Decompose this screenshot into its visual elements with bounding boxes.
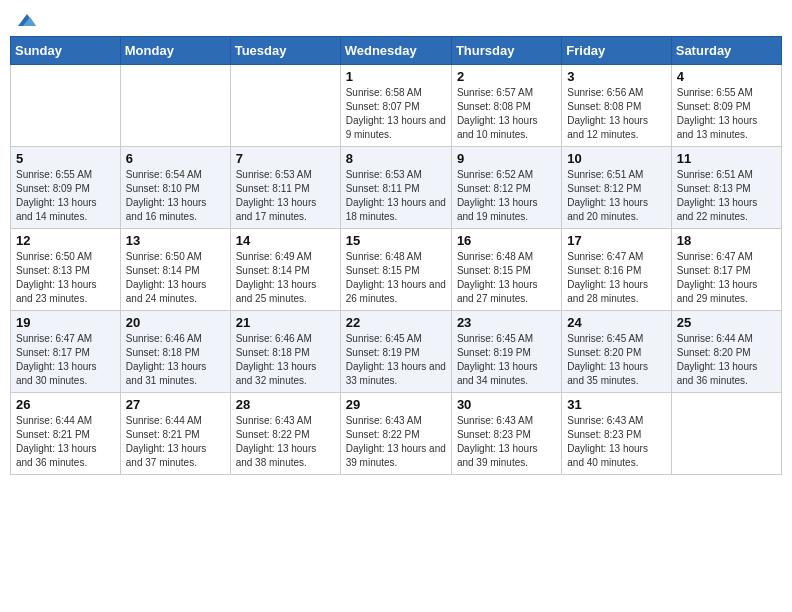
day-cell-19: 19Sunrise: 6:47 AMSunset: 8:17 PMDayligh… — [11, 310, 121, 392]
day-cell-7: 7Sunrise: 6:53 AMSunset: 8:11 PMDaylight… — [230, 146, 340, 228]
day-number: 23 — [457, 315, 556, 330]
day-number: 30 — [457, 397, 556, 412]
day-number: 7 — [236, 151, 335, 166]
day-cell-29: 29Sunrise: 6:43 AMSunset: 8:22 PMDayligh… — [340, 392, 451, 474]
weekday-header-tuesday: Tuesday — [230, 36, 340, 64]
day-number: 16 — [457, 233, 556, 248]
logo-icon — [16, 12, 38, 30]
day-cell-13: 13Sunrise: 6:50 AMSunset: 8:14 PMDayligh… — [120, 228, 230, 310]
day-cell-14: 14Sunrise: 6:49 AMSunset: 8:14 PMDayligh… — [230, 228, 340, 310]
day-number: 1 — [346, 69, 446, 84]
day-info: Sunrise: 6:49 AMSunset: 8:14 PMDaylight:… — [236, 250, 335, 306]
day-cell-26: 26Sunrise: 6:44 AMSunset: 8:21 PMDayligh… — [11, 392, 121, 474]
weekday-header-wednesday: Wednesday — [340, 36, 451, 64]
day-cell-25: 25Sunrise: 6:44 AMSunset: 8:20 PMDayligh… — [671, 310, 781, 392]
day-info: Sunrise: 6:51 AMSunset: 8:12 PMDaylight:… — [567, 168, 665, 224]
day-number: 10 — [567, 151, 665, 166]
day-info: Sunrise: 6:44 AMSunset: 8:21 PMDaylight:… — [16, 414, 115, 470]
weekday-header-friday: Friday — [562, 36, 671, 64]
day-cell-21: 21Sunrise: 6:46 AMSunset: 8:18 PMDayligh… — [230, 310, 340, 392]
day-cell-1: 1Sunrise: 6:58 AMSunset: 8:07 PMDaylight… — [340, 64, 451, 146]
day-info: Sunrise: 6:52 AMSunset: 8:12 PMDaylight:… — [457, 168, 556, 224]
day-cell-15: 15Sunrise: 6:48 AMSunset: 8:15 PMDayligh… — [340, 228, 451, 310]
day-cell-31: 31Sunrise: 6:43 AMSunset: 8:23 PMDayligh… — [562, 392, 671, 474]
day-info: Sunrise: 6:47 AMSunset: 8:16 PMDaylight:… — [567, 250, 665, 306]
day-number: 3 — [567, 69, 665, 84]
day-info: Sunrise: 6:48 AMSunset: 8:15 PMDaylight:… — [346, 250, 446, 306]
weekday-header-thursday: Thursday — [451, 36, 561, 64]
week-row-2: 5Sunrise: 6:55 AMSunset: 8:09 PMDaylight… — [11, 146, 782, 228]
day-number: 28 — [236, 397, 335, 412]
day-cell-17: 17Sunrise: 6:47 AMSunset: 8:16 PMDayligh… — [562, 228, 671, 310]
day-info: Sunrise: 6:45 AMSunset: 8:20 PMDaylight:… — [567, 332, 665, 388]
weekday-header-monday: Monday — [120, 36, 230, 64]
day-info: Sunrise: 6:53 AMSunset: 8:11 PMDaylight:… — [346, 168, 446, 224]
day-cell-12: 12Sunrise: 6:50 AMSunset: 8:13 PMDayligh… — [11, 228, 121, 310]
day-info: Sunrise: 6:44 AMSunset: 8:21 PMDaylight:… — [126, 414, 225, 470]
day-number: 14 — [236, 233, 335, 248]
week-row-3: 12Sunrise: 6:50 AMSunset: 8:13 PMDayligh… — [11, 228, 782, 310]
day-info: Sunrise: 6:58 AMSunset: 8:07 PMDaylight:… — [346, 86, 446, 142]
day-number: 31 — [567, 397, 665, 412]
day-info: Sunrise: 6:50 AMSunset: 8:13 PMDaylight:… — [16, 250, 115, 306]
day-number: 2 — [457, 69, 556, 84]
week-row-1: 1Sunrise: 6:58 AMSunset: 8:07 PMDaylight… — [11, 64, 782, 146]
logo-text — [14, 10, 38, 30]
calendar-table: SundayMondayTuesdayWednesdayThursdayFrid… — [10, 36, 782, 475]
day-info: Sunrise: 6:55 AMSunset: 8:09 PMDaylight:… — [16, 168, 115, 224]
day-number: 11 — [677, 151, 776, 166]
day-number: 13 — [126, 233, 225, 248]
day-number: 17 — [567, 233, 665, 248]
day-cell-30: 30Sunrise: 6:43 AMSunset: 8:23 PMDayligh… — [451, 392, 561, 474]
weekday-header-saturday: Saturday — [671, 36, 781, 64]
day-number: 4 — [677, 69, 776, 84]
day-info: Sunrise: 6:47 AMSunset: 8:17 PMDaylight:… — [677, 250, 776, 306]
day-number: 25 — [677, 315, 776, 330]
day-info: Sunrise: 6:43 AMSunset: 8:22 PMDaylight:… — [346, 414, 446, 470]
day-number: 27 — [126, 397, 225, 412]
day-cell-4: 4Sunrise: 6:55 AMSunset: 8:09 PMDaylight… — [671, 64, 781, 146]
day-number: 9 — [457, 151, 556, 166]
day-cell-10: 10Sunrise: 6:51 AMSunset: 8:12 PMDayligh… — [562, 146, 671, 228]
day-cell-23: 23Sunrise: 6:45 AMSunset: 8:19 PMDayligh… — [451, 310, 561, 392]
day-cell-27: 27Sunrise: 6:44 AMSunset: 8:21 PMDayligh… — [120, 392, 230, 474]
day-number: 21 — [236, 315, 335, 330]
empty-cell — [11, 64, 121, 146]
empty-cell — [120, 64, 230, 146]
day-number: 22 — [346, 315, 446, 330]
day-info: Sunrise: 6:46 AMSunset: 8:18 PMDaylight:… — [126, 332, 225, 388]
page-header — [10, 10, 782, 28]
day-info: Sunrise: 6:56 AMSunset: 8:08 PMDaylight:… — [567, 86, 665, 142]
day-info: Sunrise: 6:43 AMSunset: 8:23 PMDaylight:… — [567, 414, 665, 470]
day-info: Sunrise: 6:50 AMSunset: 8:14 PMDaylight:… — [126, 250, 225, 306]
logo — [14, 10, 38, 28]
day-info: Sunrise: 6:43 AMSunset: 8:22 PMDaylight:… — [236, 414, 335, 470]
day-info: Sunrise: 6:45 AMSunset: 8:19 PMDaylight:… — [346, 332, 446, 388]
day-info: Sunrise: 6:45 AMSunset: 8:19 PMDaylight:… — [457, 332, 556, 388]
day-cell-9: 9Sunrise: 6:52 AMSunset: 8:12 PMDaylight… — [451, 146, 561, 228]
day-number: 15 — [346, 233, 446, 248]
day-number: 24 — [567, 315, 665, 330]
day-number: 8 — [346, 151, 446, 166]
day-info: Sunrise: 6:57 AMSunset: 8:08 PMDaylight:… — [457, 86, 556, 142]
day-info: Sunrise: 6:53 AMSunset: 8:11 PMDaylight:… — [236, 168, 335, 224]
day-number: 12 — [16, 233, 115, 248]
day-info: Sunrise: 6:46 AMSunset: 8:18 PMDaylight:… — [236, 332, 335, 388]
day-number: 20 — [126, 315, 225, 330]
day-cell-2: 2Sunrise: 6:57 AMSunset: 8:08 PMDaylight… — [451, 64, 561, 146]
day-info: Sunrise: 6:47 AMSunset: 8:17 PMDaylight:… — [16, 332, 115, 388]
empty-cell — [671, 392, 781, 474]
day-cell-16: 16Sunrise: 6:48 AMSunset: 8:15 PMDayligh… — [451, 228, 561, 310]
weekday-header-row: SundayMondayTuesdayWednesdayThursdayFrid… — [11, 36, 782, 64]
day-cell-24: 24Sunrise: 6:45 AMSunset: 8:20 PMDayligh… — [562, 310, 671, 392]
day-info: Sunrise: 6:54 AMSunset: 8:10 PMDaylight:… — [126, 168, 225, 224]
day-number: 6 — [126, 151, 225, 166]
day-cell-3: 3Sunrise: 6:56 AMSunset: 8:08 PMDaylight… — [562, 64, 671, 146]
day-cell-18: 18Sunrise: 6:47 AMSunset: 8:17 PMDayligh… — [671, 228, 781, 310]
day-cell-28: 28Sunrise: 6:43 AMSunset: 8:22 PMDayligh… — [230, 392, 340, 474]
day-cell-11: 11Sunrise: 6:51 AMSunset: 8:13 PMDayligh… — [671, 146, 781, 228]
day-cell-5: 5Sunrise: 6:55 AMSunset: 8:09 PMDaylight… — [11, 146, 121, 228]
day-cell-6: 6Sunrise: 6:54 AMSunset: 8:10 PMDaylight… — [120, 146, 230, 228]
day-info: Sunrise: 6:43 AMSunset: 8:23 PMDaylight:… — [457, 414, 556, 470]
day-info: Sunrise: 6:51 AMSunset: 8:13 PMDaylight:… — [677, 168, 776, 224]
